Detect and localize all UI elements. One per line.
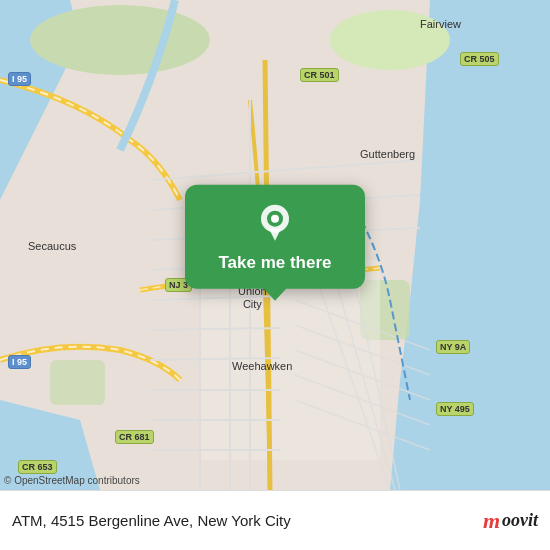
take-me-there-button[interactable]: Take me there: [185, 185, 365, 289]
badge-ny495: NY 495: [436, 402, 474, 416]
svg-rect-6: [50, 360, 105, 405]
address-text: ATM, 4515 Bergenline Ave, New York City: [12, 512, 483, 529]
bottom-bar: ATM, 4515 Bergenline Ave, New York City …: [0, 490, 550, 550]
svg-marker-0: [390, 0, 550, 490]
label-fairview: Fairview: [420, 18, 461, 30]
svg-point-3: [30, 5, 210, 75]
badge-i95-top: I 95: [8, 72, 31, 86]
map-attribution: © OpenStreetMap contributors: [4, 475, 140, 486]
moovit-m-letter: m: [483, 508, 500, 534]
label-weehawken: Weehawken: [232, 360, 292, 372]
badge-cr681: CR 681: [115, 430, 154, 444]
svg-line-8: [150, 160, 420, 180]
label-secaucus: Secaucus: [28, 240, 76, 252]
label-guttenberg: Guttenberg: [360, 148, 415, 160]
badge-cr501: CR 501: [300, 68, 339, 82]
badge-i95-bottom: I 95: [8, 355, 31, 369]
map-container: Secaucus UnionCity Weehawken Guttenberg …: [0, 0, 550, 490]
badge-ny9a: NY 9A: [436, 340, 470, 354]
badge-cr505: CR 505: [460, 52, 499, 66]
moovit-logo: m oovit: [483, 508, 538, 534]
moovit-rest-text: oovit: [502, 510, 538, 531]
popup-button-label: Take me there: [218, 253, 331, 273]
badge-cr653: CR 653: [18, 460, 57, 474]
svg-point-31: [271, 215, 279, 223]
location-pin-icon: [253, 201, 297, 245]
